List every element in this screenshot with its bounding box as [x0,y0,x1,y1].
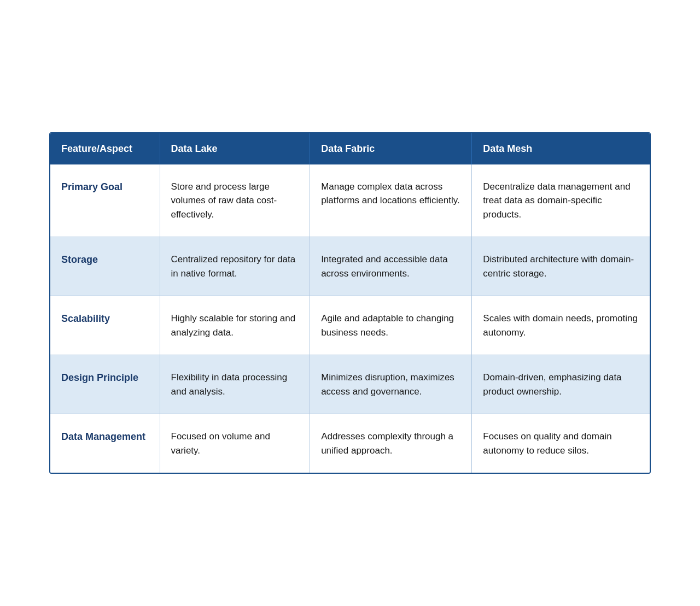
mesh-cell: Domain-driven, emphasizing data product … [472,355,650,414]
feature-cell: Storage [50,237,160,296]
col-header-data-fabric: Data Fabric [310,133,472,164]
lake-cell: Focused on volume and variety. [160,414,310,473]
lake-cell: Centralized repository for data in nativ… [160,237,310,296]
table-row: ScalabilityHighly scalable for storing a… [50,296,650,355]
fabric-cell: Addresses complexity through a unified a… [310,414,472,473]
table-row: StorageCentralized repository for data i… [50,237,650,296]
col-header-data-mesh: Data Mesh [472,133,650,164]
mesh-cell: Decentralize data management and treat d… [472,164,650,237]
feature-cell: Scalability [50,296,160,355]
col-header-feature: Feature/Aspect [50,133,160,164]
fabric-cell: Agile and adaptable to changing business… [310,296,472,355]
lake-cell: Highly scalable for storing and analyzin… [160,296,310,355]
mesh-cell: Distributed architecture with domain-cen… [472,237,650,296]
table-row: Primary GoalStore and process large volu… [50,164,650,237]
feature-cell: Data Management [50,414,160,473]
fabric-cell: Manage complex data across platforms and… [310,164,472,237]
feature-cell: Design Principle [50,355,160,414]
table-row: Data ManagementFocused on volume and var… [50,414,650,473]
comparison-table: Feature/Aspect Data Lake Data Fabric Dat… [49,132,651,474]
table-row: Design PrincipleFlexibility in data proc… [50,355,650,414]
col-header-data-lake: Data Lake [160,133,310,164]
lake-cell: Flexibility in data processing and analy… [160,355,310,414]
mesh-cell: Scales with domain needs, promoting auto… [472,296,650,355]
lake-cell: Store and process large volumes of raw d… [160,164,310,237]
fabric-cell: Minimizes disruption, maximizes access a… [310,355,472,414]
feature-cell: Primary Goal [50,164,160,237]
table-header-row: Feature/Aspect Data Lake Data Fabric Dat… [50,133,650,164]
fabric-cell: Integrated and accessible data across en… [310,237,472,296]
mesh-cell: Focuses on quality and domain autonomy t… [472,414,650,473]
